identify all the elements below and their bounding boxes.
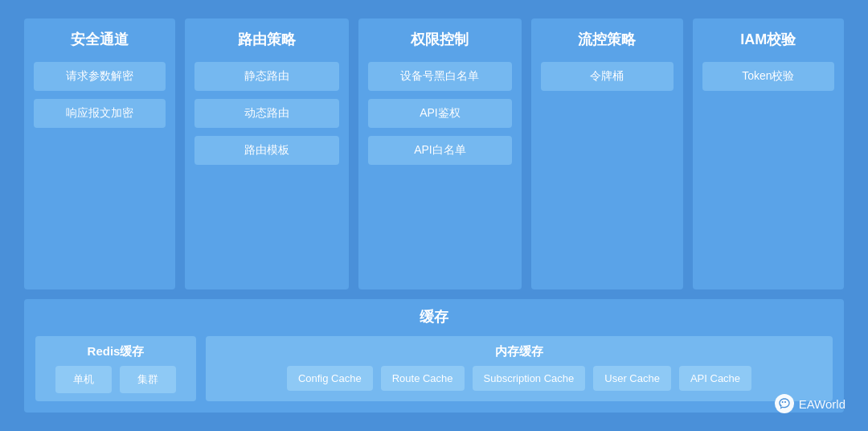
cache-row: Redis缓存 单机 集群 内存缓存 Config Cache Route Ca… (35, 336, 833, 401)
top-row: 安全通道 请求参数解密 响应报文加密 路由策略 静态路由 动态路由 路由模板 权… (24, 18, 844, 289)
iam-card: IAM校验 Token校验 (693, 18, 844, 289)
user-cache: User Cache (593, 366, 671, 391)
access-control-title: 权限控制 (411, 30, 469, 49)
security-channel-card: 安全通道 请求参数解密 响应报文加密 (24, 18, 175, 289)
access-control-card: 权限控制 设备号黑白名单 API鉴权 API白名单 (358, 18, 522, 289)
watermark-text: EAWorld (799, 397, 845, 411)
wechat-icon (775, 394, 794, 413)
access-control-item-0: 设备号黑白名单 (368, 62, 512, 91)
flow-control-card: 流控策略 令牌桶 (531, 18, 682, 289)
redis-title: Redis缓存 (88, 344, 145, 359)
cache-title: 缓存 (35, 307, 833, 326)
access-control-item-2: API白名单 (368, 136, 512, 165)
redis-single: 单机 (55, 366, 112, 393)
iam-item-0: Token校验 (702, 62, 834, 91)
routing-policy-item-2: 路由模板 (194, 136, 338, 165)
redis-items: 单机 集群 (55, 366, 176, 393)
subscription-cache: Subscription Cache (473, 366, 586, 391)
memory-title: 内存缓存 (495, 344, 543, 359)
api-cache: API Cache (679, 366, 751, 391)
cache-section: 缓存 Redis缓存 单机 集群 内存缓存 Config Cache Route… (24, 299, 844, 413)
security-channel-item-0: 请求参数解密 (34, 62, 166, 91)
security-channel-item-1: 响应报文加密 (34, 99, 166, 128)
flow-control-item-0: 令牌桶 (541, 62, 673, 91)
routing-policy-title: 路由策略 (238, 30, 296, 49)
security-channel-title: 安全通道 (71, 30, 129, 49)
memory-items: Config Cache Route Cache Subscription Ca… (219, 366, 820, 391)
routing-policy-item-0: 静态路由 (194, 62, 338, 91)
redis-cluster: 集群 (120, 366, 176, 393)
routing-policy-card: 路由策略 静态路由 动态路由 路由模板 (185, 18, 348, 289)
memory-cache-card: 内存缓存 Config Cache Route Cache Subscripti… (206, 336, 833, 401)
routing-policy-item-1: 动态路由 (194, 99, 338, 128)
access-control-item-1: API鉴权 (368, 99, 512, 128)
watermark: EAWorld (775, 394, 845, 413)
flow-control-title: 流控策略 (578, 30, 636, 49)
main-container: 安全通道 请求参数解密 响应报文加密 路由策略 静态路由 动态路由 路由模板 权… (16, 10, 852, 421)
iam-title: IAM校验 (740, 30, 796, 49)
redis-cache-card: Redis缓存 单机 集群 (35, 336, 196, 401)
route-cache: Route Cache (381, 366, 465, 391)
config-cache: Config Cache (287, 366, 373, 391)
